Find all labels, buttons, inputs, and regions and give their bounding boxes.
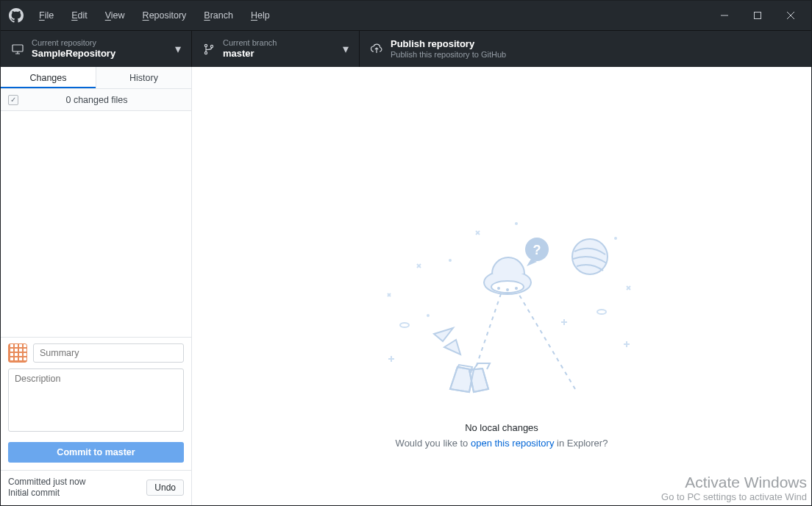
cloud-upload-icon — [370, 43, 383, 56]
chevron-down-icon: ▾ — [343, 42, 349, 56]
open-repository-link[interactable]: open this repository — [471, 438, 554, 449]
minimize-button[interactable] — [708, 4, 741, 26]
commit-button[interactable]: Commit to master — [8, 442, 184, 463]
main-panel: ? — [192, 67, 811, 505]
current-branch-name: master — [223, 48, 338, 60]
avatar — [8, 343, 27, 363]
empty-state-question-pre: Would you like to — [396, 438, 471, 449]
changed-files-list — [1, 111, 191, 337]
svg-point-7 — [497, 287, 500, 290]
publish-title: Publish repository — [391, 38, 527, 50]
menu-help[interactable]: Help — [242, 7, 279, 24]
svg-point-8 — [506, 288, 509, 291]
commit-form: Commit to master — [1, 337, 191, 470]
empty-state-illustration: ? — [347, 216, 656, 407]
maximize-button[interactable] — [741, 4, 774, 26]
svg-point-3 — [204, 51, 207, 54]
github-desktop-window: File Edit View Repository Branch Help Cu… — [0, 0, 812, 506]
svg-point-2 — [204, 44, 207, 46]
toolbar: Current repository SampleRepository ▾ Cu… — [1, 30, 811, 67]
current-repository-dropdown[interactable]: Current repository SampleRepository ▾ — [1, 31, 192, 67]
svg-text:?: ? — [533, 243, 541, 257]
last-commit-status: Committed just now Initial commit Undo — [1, 470, 191, 505]
git-branch-icon — [202, 43, 216, 56]
current-branch-label: Current branch — [223, 38, 338, 48]
menu-file[interactable]: File — [30, 7, 63, 24]
monitor-icon — [11, 43, 24, 56]
menubar: File Edit View Repository Branch Help — [1, 1, 811, 30]
changes-header: ✓ 0 changed files — [1, 89, 191, 111]
menu-edit[interactable]: Edit — [63, 7, 96, 24]
svg-rect-0 — [754, 13, 761, 19]
commit-description-input[interactable] — [8, 368, 184, 432]
svg-point-15 — [614, 237, 617, 240]
select-all-checkbox[interactable]: ✓ — [8, 95, 18, 105]
commit-summary-input[interactable] — [33, 343, 184, 363]
commit-status-msg: Initial commit — [8, 488, 85, 499]
menu-branch[interactable]: Branch — [195, 7, 242, 24]
tab-changes[interactable]: Changes — [1, 67, 96, 88]
current-branch-dropdown[interactable]: Current branch master ▾ — [192, 31, 360, 67]
chevron-down-icon: ▾ — [175, 42, 181, 56]
current-repository-name: SampleRepository — [32, 48, 171, 60]
close-button[interactable] — [774, 4, 807, 26]
menu-repository[interactable]: Repository — [134, 7, 196, 24]
empty-state-question-post: in Explorer? — [554, 438, 608, 449]
tab-history[interactable]: History — [96, 67, 191, 88]
svg-point-4 — [210, 45, 213, 47]
github-logo-icon — [8, 7, 24, 24]
svg-point-13 — [449, 259, 452, 262]
svg-rect-1 — [13, 45, 23, 51]
menu-view[interactable]: View — [96, 7, 134, 24]
svg-point-14 — [515, 222, 518, 225]
current-repository-label: Current repository — [32, 38, 171, 48]
svg-point-16 — [427, 314, 430, 317]
sidebar-tabs: Changes History — [1, 67, 191, 89]
window-controls — [708, 4, 807, 26]
commit-status-time: Committed just now — [8, 477, 85, 488]
publish-repository-button[interactable]: Publish repository Publish this reposito… — [360, 31, 537, 67]
sidebar: Changes History ✓ 0 changed files Commit… — [1, 67, 192, 505]
empty-state-title: No local changes — [396, 421, 608, 436]
publish-subtitle: Publish this repository to GitHub — [391, 50, 527, 60]
svg-point-9 — [515, 287, 518, 290]
undo-button[interactable]: Undo — [146, 480, 184, 496]
changes-count: 0 changed files — [27, 95, 184, 105]
